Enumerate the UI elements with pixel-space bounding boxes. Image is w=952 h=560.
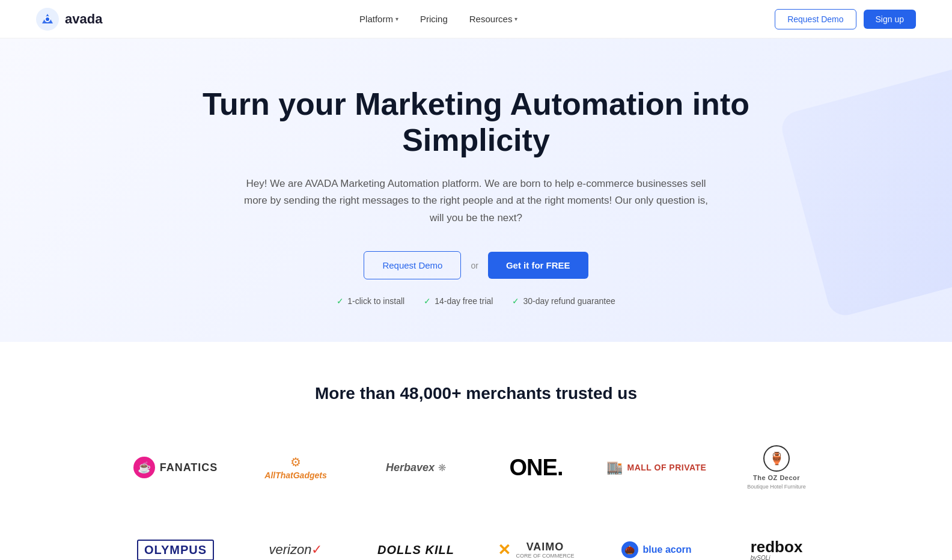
trusted-section: More than 48,000+ merchants trusted us ☕… [0, 342, 952, 560]
svg-point-2 [46, 17, 49, 21]
redbox-sub-text: bySQLi [751, 555, 770, 560]
fanatics-icon: ☕ [133, 457, 155, 478]
list-item: 🌰 blue acorn [596, 526, 716, 560]
hero-badges: ✓ 1-click to install ✓ 14-day free trial… [188, 296, 764, 306]
fanatics-logo: ☕ FANATICS [133, 457, 218, 478]
one-logo-text: ONE. [510, 455, 563, 481]
blue-acorn-text: blue acorn [643, 544, 692, 555]
check-refund-icon: ✓ [512, 296, 519, 306]
navbar: avada Platform ▾ Pricing Resources ▾ Req… [0, 0, 952, 38]
list-item: ✕ VAIMO CORE OF COMMERCE [476, 526, 596, 560]
allthatgadgets-logo: ⚙ AllThatGadgets [264, 455, 326, 480]
nav-links: Platform ▾ Pricing Resources ▾ [359, 14, 517, 24]
verizon-logo-text: verizon✓ [269, 542, 323, 558]
fanatics-text: FANATICS [160, 461, 218, 474]
hero-title: Turn your Marketing Automation into Simp… [188, 87, 764, 159]
avada-logo-icon [36, 8, 59, 31]
request-demo-hero-button[interactable]: Request Demo [364, 251, 461, 279]
list-item: OLYMPUS [115, 526, 236, 560]
hero-buttons: Request Demo or Get it for FREE [188, 251, 764, 279]
sign-up-nav-button[interactable]: Sign up [864, 10, 916, 29]
vaimo-text: VAIMO [526, 541, 564, 553]
mall-of-private-logo: 🏬 Mall of Private [606, 460, 707, 475]
trusted-title: More than 48,000+ merchants trusted us [36, 384, 916, 403]
logos-row-1: ☕ FANATICS ⚙ AllThatGadgets Herbavex ❋ O… [115, 433, 837, 502]
get-free-button[interactable]: Get it for FREE [488, 252, 588, 279]
badge-install: ✓ 1-click to install [337, 296, 404, 306]
logo-text: avada [65, 11, 102, 27]
nav-platform[interactable]: Platform ▾ [359, 14, 398, 24]
list-item: Herbavex ❋ [356, 443, 476, 492]
request-demo-nav-button[interactable]: Request Demo [775, 9, 856, 29]
herbavex-leaf-icon: ❋ [438, 462, 446, 473]
vaimo-x-icon: ✕ [498, 541, 511, 559]
oz-decor-logo: 🏺 The OZ Decor Boutique Hotel Furniture [747, 445, 806, 490]
list-item: redbox bySQLi [716, 526, 837, 560]
badge-trial: ✓ 14-day free trial [424, 296, 493, 306]
oz-decor-subtext: Boutique Hotel Furniture [747, 484, 806, 490]
list-item: ☕ FANATICS [115, 443, 236, 492]
dolls-kill-logo-text: DOLLS KILL [377, 543, 454, 557]
list-item: verizon✓ [236, 526, 356, 560]
list-item: DOLLS KILL [356, 526, 476, 560]
nav-actions: Request Demo Sign up [775, 9, 916, 29]
platform-chevron-icon: ▾ [395, 16, 398, 22]
vaimo-subtext: CORE OF COMMERCE [516, 553, 574, 559]
check-install-icon: ✓ [337, 296, 344, 306]
hero-section: Turn your Marketing Automation into Simp… [0, 38, 952, 342]
blue-acorn-logo: 🌰 blue acorn [621, 541, 692, 558]
logos-row-2: OLYMPUS verizon✓ DOLLS KILL ✕ VAIMO CORE… [115, 526, 837, 560]
list-item: 🏬 Mall of Private [596, 443, 716, 492]
mall-of-private-text: Mall of Private [627, 463, 707, 472]
check-trial-icon: ✓ [424, 296, 431, 306]
olympus-logo-text: OLYMPUS [137, 540, 214, 560]
badge-refund: ✓ 30-day refund guarantee [512, 296, 615, 306]
mall-of-private-icon: 🏬 [606, 460, 623, 475]
logos-grid: ☕ FANATICS ⚙ AllThatGadgets Herbavex ❋ O… [115, 433, 837, 560]
verizon-check-icon: ✓ [311, 542, 322, 557]
resources-chevron-icon: ▾ [514, 16, 517, 22]
oz-decor-icon: 🏺 [763, 445, 790, 472]
hero-content: Turn your Marketing Automation into Simp… [188, 87, 764, 306]
hero-subtitle: Hey! We are AVADA Marketing Automation p… [242, 175, 710, 228]
redbox-main-text: redbox [751, 539, 803, 555]
nav-pricing[interactable]: Pricing [420, 14, 448, 24]
list-item: 🏺 The OZ Decor Boutique Hotel Furniture [716, 433, 837, 502]
or-label: or [471, 261, 478, 270]
nav-resources[interactable]: Resources ▾ [469, 14, 518, 24]
list-item: ⚙ AllThatGadgets [236, 443, 356, 492]
redbox-logo: redbox bySQLi [751, 539, 803, 560]
atg-icon: ⚙ [290, 455, 301, 469]
herbavex-text: Herbavex [386, 461, 435, 474]
herbavex-logo: Herbavex ❋ [386, 461, 446, 474]
vaimo-logo: ✕ VAIMO CORE OF COMMERCE [498, 541, 574, 559]
oz-decor-text: The OZ Decor [753, 474, 800, 481]
blue-acorn-icon: 🌰 [621, 541, 638, 558]
atg-text: AllThatGadgets [264, 470, 326, 480]
list-item: ONE. [476, 443, 596, 493]
logo[interactable]: avada [36, 8, 102, 31]
